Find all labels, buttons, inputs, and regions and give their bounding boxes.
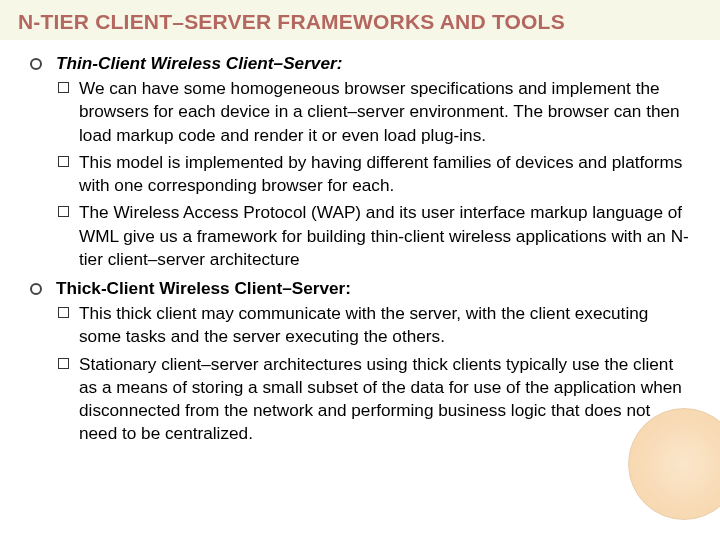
- slide-title: N-TIER CLIENT–SERVER FRAMEWORKS AND TOOL…: [18, 10, 702, 34]
- square-bullet-icon: [58, 82, 69, 93]
- list-item: Stationary client–server architectures u…: [58, 353, 690, 446]
- section-1-title: Thin-Client Wireless Client–Server:: [56, 52, 342, 75]
- slide-body: Thin-Client Wireless Client–Server: We c…: [0, 40, 720, 446]
- list-item: This model is implemented by having diff…: [58, 151, 690, 197]
- square-bullet-icon: [58, 358, 69, 369]
- list-item-text: This thick client may communicate with t…: [79, 302, 690, 348]
- list-item-text: We can have some homogeneous browser spe…: [79, 77, 690, 147]
- square-bullet-icon: [58, 307, 69, 318]
- circle-bullet-icon: [30, 58, 42, 70]
- section-2-title: Thick-Client Wireless Client–Server:: [56, 277, 351, 300]
- circle-bullet-icon: [30, 283, 42, 295]
- list-item: We can have some homogeneous browser spe…: [58, 77, 690, 147]
- list-item-text: This model is implemented by having diff…: [79, 151, 690, 197]
- list-item-text: Stationary client–server architectures u…: [79, 353, 690, 446]
- list-item-text: The Wireless Access Protocol (WAP) and i…: [79, 201, 690, 271]
- section-1: Thin-Client Wireless Client–Server:: [30, 52, 690, 75]
- list-item: The Wireless Access Protocol (WAP) and i…: [58, 201, 690, 271]
- section-2: Thick-Client Wireless Client–Server:: [30, 277, 690, 300]
- list-item: This thick client may communicate with t…: [58, 302, 690, 348]
- square-bullet-icon: [58, 156, 69, 167]
- square-bullet-icon: [58, 206, 69, 217]
- slide-header: N-TIER CLIENT–SERVER FRAMEWORKS AND TOOL…: [0, 0, 720, 40]
